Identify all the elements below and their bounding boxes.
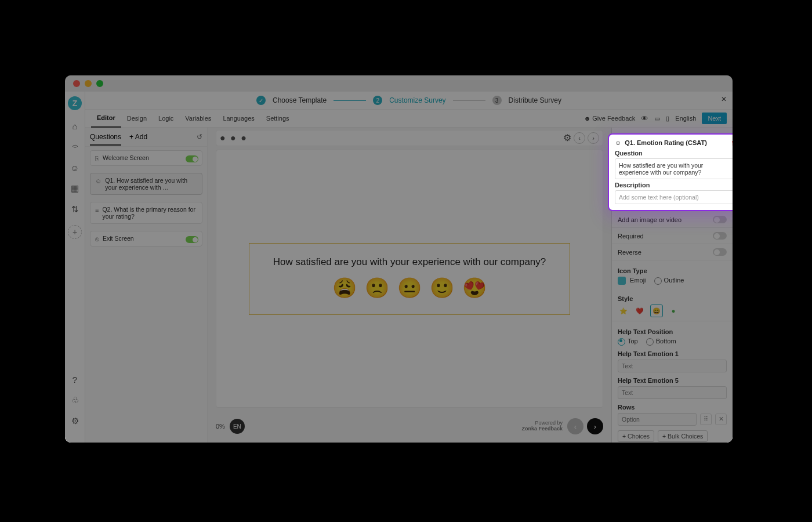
- mac-titlebar: [65, 75, 733, 92]
- question-text: How satisfied are you with your experien…: [273, 256, 546, 268]
- slide-next-button[interactable]: ›: [587, 418, 603, 434]
- emoji-5[interactable]: 😍: [462, 276, 487, 299]
- bulk-choices-button[interactable]: + Bulk Choices: [658, 430, 708, 442]
- app-window: Z ⌂ ⌔ ☺ ▦ ⇅ + ? ♧ ⚙ ✓ Choose Template 2 …: [65, 75, 733, 443]
- language-chip[interactable]: EN: [230, 419, 245, 434]
- question-item-welcome[interactable]: ⎘ Welcome Screen: [90, 150, 202, 166]
- emoji-3[interactable]: 😐: [397, 276, 422, 299]
- notifications-icon[interactable]: ♧: [70, 395, 80, 405]
- canvas-settings-icon[interactable]: ⚙: [563, 132, 571, 144]
- maximize-window-dot[interactable]: [96, 80, 103, 87]
- exit-toggle[interactable]: [186, 236, 198, 243]
- device-mobile-icon[interactable]: ▯: [666, 115, 669, 122]
- hte5-input[interactable]: [618, 386, 727, 399]
- editor-tabs: Editor Design Logic Variables Languages …: [85, 109, 733, 128]
- tab-settings[interactable]: Settings: [260, 110, 295, 127]
- style-emoji[interactable]: 😄: [650, 304, 663, 317]
- required-toggle[interactable]: [713, 232, 727, 240]
- questions-tab[interactable]: Questions: [90, 133, 121, 146]
- slide-prev-button[interactable]: ‹: [567, 418, 583, 434]
- app-logo[interactable]: Z: [68, 96, 82, 110]
- prop-add-media[interactable]: Add an image or video: [612, 212, 733, 228]
- close-icon[interactable]: ✕: [721, 95, 727, 103]
- emotion-rating-icon: ☺: [615, 139, 621, 146]
- device-desktop-icon[interactable]: ▭: [654, 115, 660, 122]
- powered-by: Powered by Zonka Feedback: [521, 420, 563, 432]
- style-star[interactable]: ⭐: [618, 305, 629, 317]
- description-field-label: Description: [615, 182, 733, 188]
- text-icon: ≡: [95, 206, 99, 213]
- media-toggle[interactable]: [713, 216, 727, 223]
- emoji-2[interactable]: 🙁: [365, 276, 389, 299]
- prop-required[interactable]: Required: [612, 228, 733, 244]
- tab-logic[interactable]: Logic: [153, 110, 179, 127]
- survey-canvas: ● ● ● ⚙ ‹ › How satisfied are you with y…: [208, 128, 611, 443]
- add-choices-button[interactable]: + Choices: [618, 430, 654, 442]
- add-question-button[interactable]: + Add: [129, 133, 147, 141]
- row-delete-icon[interactable]: ✕: [715, 414, 727, 425]
- card-title: Q1. Emotion Rating (CSAT): [625, 139, 707, 146]
- step2-label: Customize Survey: [389, 96, 445, 104]
- user-icon[interactable]: ☺: [70, 162, 80, 173]
- icon-type-outline[interactable]: Outline: [654, 277, 684, 285]
- question-item-exit[interactable]: ⎋ Exit Screen: [90, 231, 202, 246]
- minimize-window-dot[interactable]: [85, 80, 92, 87]
- next-button[interactable]: Next: [702, 113, 727, 124]
- emoji-1[interactable]: 😩: [332, 276, 357, 299]
- row-drag-icon[interactable]: ⠿: [700, 414, 712, 425]
- workflow-icon[interactable]: ⇅: [70, 204, 80, 215]
- step1-label: Choose Template: [273, 96, 327, 104]
- settings-icon[interactable]: ⚙: [70, 416, 80, 426]
- help-pos-bottom[interactable]: Bottom: [646, 338, 676, 346]
- question-item-q2[interactable]: ≡ Q2. What is the primary reason for you…: [90, 202, 202, 224]
- progress-stepper: ✓ Choose Template 2 Customize Survey 3 D…: [85, 92, 733, 109]
- step3-label: Distribute Survey: [509, 96, 561, 104]
- home-icon[interactable]: ⌂: [70, 121, 80, 131]
- delete-question-icon[interactable]: 🗑: [731, 139, 733, 146]
- calendar-icon[interactable]: ▦: [70, 183, 80, 194]
- canvas-next-icon[interactable]: ›: [588, 132, 599, 144]
- step3-badge: 3: [492, 96, 502, 105]
- question-item-q1[interactable]: ☺ Q1. How satisfied are you with your ex…: [90, 173, 202, 195]
- step1-badge: ✓: [256, 96, 266, 105]
- prop-rows-label: Rows: [618, 404, 727, 411]
- give-feedback-link[interactable]: ☻ Give Feedback: [584, 115, 636, 122]
- question-preview[interactable]: How satisfied are you with your experien…: [249, 243, 570, 315]
- tab-editor[interactable]: Editor: [91, 109, 121, 128]
- progress-pct: 0%: [216, 423, 225, 430]
- preview-icon[interactable]: 👁: [641, 114, 648, 123]
- tab-variables[interactable]: Variables: [179, 110, 217, 127]
- question-field[interactable]: How satisfied are you with your experien…: [615, 158, 733, 179]
- hte1-input[interactable]: [618, 360, 727, 372]
- row-option-input[interactable]: [618, 413, 697, 426]
- close-window-dot[interactable]: [73, 80, 80, 87]
- icon-type-emoji[interactable]: Emoji: [618, 277, 646, 285]
- welcome-toggle[interactable]: [186, 155, 198, 162]
- help-pos-top[interactable]: Top: [618, 338, 638, 346]
- prop-hte5-label: Help Text Emotion 5: [618, 377, 727, 384]
- prop-reverse[interactable]: Reverse: [612, 244, 733, 260]
- canvas-prev-icon[interactable]: ‹: [574, 132, 585, 144]
- step2-badge: 2: [373, 96, 382, 105]
- language-selector[interactable]: English: [675, 115, 696, 122]
- style-heart[interactable]: ❤️: [634, 305, 646, 317]
- emotion-icon: ☺: [95, 177, 102, 184]
- style-dot[interactable]: ●: [668, 305, 679, 317]
- canvas-slide: How satisfied are you with your experien…: [216, 150, 603, 408]
- welcome-icon: ⎘: [95, 155, 99, 162]
- history-icon[interactable]: ↺: [197, 133, 202, 141]
- prop-style-label: Style: [618, 295, 727, 302]
- emoji-4[interactable]: 🙂: [430, 276, 454, 299]
- question-settings-card: ☺ Q1. Emotion Rating (CSAT) 🗑 Question H…: [608, 133, 733, 211]
- description-field[interactable]: Add some text here (optional): [615, 190, 733, 204]
- reverse-toggle[interactable]: [713, 248, 727, 256]
- prop-icon-type-label: Icon Type: [618, 267, 727, 274]
- left-rail: Z ⌂ ⌔ ☺ ▦ ⇅ + ? ♧ ⚙: [65, 92, 85, 443]
- rail-add-button[interactable]: +: [68, 225, 82, 239]
- drag-handle-icon[interactable]: ● ● ●: [220, 133, 248, 143]
- dashboard-icon[interactable]: ⌔: [70, 142, 80, 152]
- tab-design[interactable]: Design: [121, 110, 153, 127]
- help-icon[interactable]: ?: [70, 374, 80, 385]
- question-field-label: Question: [615, 150, 733, 157]
- tab-languages[interactable]: Languages: [217, 110, 260, 127]
